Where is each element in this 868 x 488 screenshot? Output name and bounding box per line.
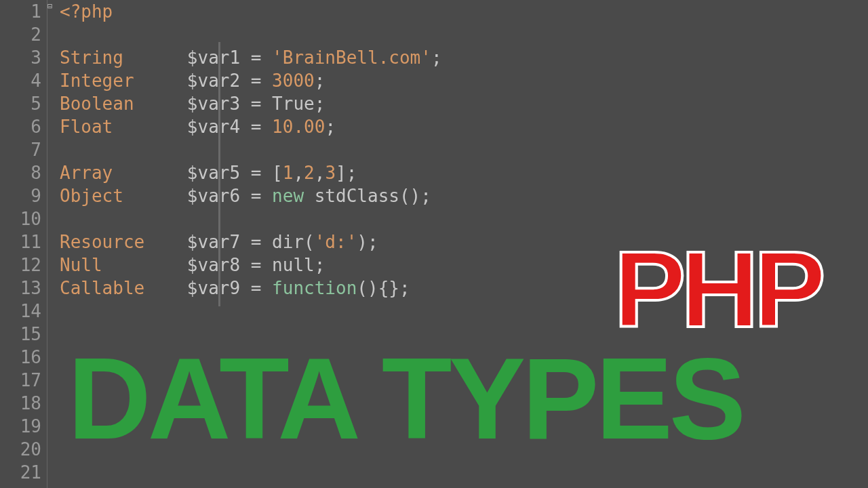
line-number: 10 bbox=[0, 207, 41, 230]
line-number-gutter: 123456789101112131415161718192021 bbox=[0, 0, 47, 488]
line-number: 11 bbox=[0, 230, 41, 253]
code-line: Integer $var2 = 3000; bbox=[60, 69, 868, 92]
code-line: Object $var6 = new stdClass(); bbox=[60, 184, 868, 207]
line-number: 13 bbox=[0, 277, 41, 300]
line-number: 14 bbox=[0, 300, 41, 323]
line-number: 18 bbox=[0, 392, 41, 415]
line-number: 2 bbox=[0, 23, 41, 46]
code-line: String $var1 = 'BrainBell.com'; bbox=[60, 46, 868, 69]
line-number: 19 bbox=[0, 415, 41, 438]
line-number: 20 bbox=[0, 438, 41, 461]
code-line: Float $var4 = 10.00; bbox=[60, 115, 868, 138]
code-line: Array $var5 = [1,2,3]; bbox=[60, 161, 868, 184]
line-number: 6 bbox=[0, 115, 41, 138]
code-line: Boolean $var3 = True; bbox=[60, 92, 868, 115]
line-number: 4 bbox=[0, 69, 41, 92]
line-number: 3 bbox=[0, 46, 41, 69]
code-line bbox=[60, 138, 868, 161]
line-number: 12 bbox=[0, 253, 41, 277]
line-number: 21 bbox=[0, 461, 41, 484]
line-number: 5 bbox=[0, 92, 41, 115]
line-number: 1 bbox=[0, 0, 41, 23]
line-number: 8 bbox=[0, 161, 41, 184]
line-number: 7 bbox=[0, 138, 41, 161]
fold-collapse-icon[interactable]: ⊟ bbox=[47, 1, 56, 9]
line-number: 16 bbox=[0, 346, 41, 369]
line-number: 15 bbox=[0, 323, 41, 346]
code-line bbox=[60, 23, 868, 46]
column-divider bbox=[218, 42, 220, 306]
overlay-title-datatypes: DATA TYPES bbox=[68, 332, 743, 465]
line-number: 17 bbox=[0, 369, 41, 392]
line-number: 9 bbox=[0, 184, 41, 207]
code-line: <?php bbox=[60, 0, 868, 23]
